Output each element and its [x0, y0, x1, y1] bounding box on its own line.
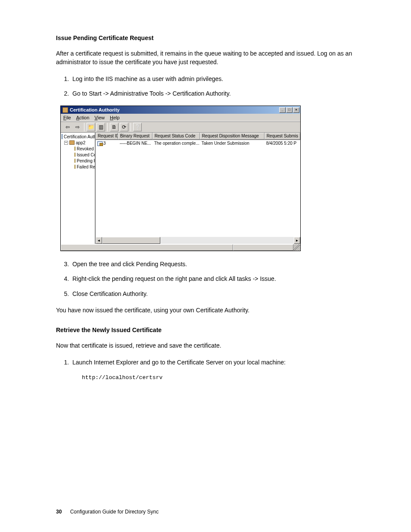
close-button[interactable]: × — [293, 107, 299, 113]
cell-status: The operation comple... — [153, 141, 200, 146]
steps-list-a: Log into the IIS machine as a user with … — [56, 75, 368, 98]
status-cell-2 — [233, 244, 293, 251]
scroll-left-button[interactable]: ◄ — [96, 237, 102, 244]
closing-para-1: You have now issued the certificate, usi… — [56, 306, 368, 314]
menu-help[interactable]: Help — [110, 115, 120, 120]
toolbar: ⇦ ⇨ 📁 ▥ 🗎 ⟳ ❔ — [61, 121, 300, 133]
status-cell-1 — [61, 244, 233, 251]
status-bar — [61, 244, 300, 251]
col-submitted[interactable]: Request Submis — [265, 133, 300, 140]
up-level-icon[interactable]: 📁 — [87, 123, 95, 131]
url-code: http://localhost/certsrv — [82, 374, 368, 381]
page-number: 30 — [56, 509, 62, 515]
collapse-icon[interactable]: − — [64, 141, 68, 145]
tree-failed[interactable]: Failed Requests — [62, 164, 94, 170]
folder-icon — [75, 146, 75, 151]
step-a1: Log into the IIS machine as a user with … — [71, 75, 368, 83]
step-b3: Open the tree and click Pending Requests… — [71, 260, 368, 268]
col-request-id[interactable]: Request ID — [96, 133, 118, 140]
step-c1: Launch Internet Explorer and go to the C… — [71, 358, 368, 367]
properties-icon[interactable]: 🗎 — [110, 123, 118, 131]
titlebar[interactable]: Certification Authority _ □ × — [61, 106, 300, 114]
tree-ca-node[interactable]: − app2 — [62, 140, 94, 146]
col-status-code[interactable]: Request Status Code — [153, 133, 200, 140]
col-binary-request[interactable]: Binary Request — [118, 133, 153, 140]
section-heading-issue: Issue Pending Certificate Request — [56, 34, 368, 41]
tree-issued[interactable]: Issued Certificates — [62, 152, 94, 158]
folder-icon — [75, 152, 75, 157]
section-heading-retrieve: Retrieve the Newly Issued Certificate — [56, 327, 368, 333]
step-a2: Go to Start -> Administrative Tools -> C… — [71, 89, 368, 98]
help-icon[interactable]: ❔ — [133, 123, 142, 131]
list-body[interactable]: 3 -----BEGIN NE... The operation comple.… — [96, 140, 300, 244]
horizontal-scrollbar[interactable]: ◄ ► — [96, 237, 300, 244]
nav-forward-icon[interactable]: ⇨ — [73, 123, 82, 131]
list-row[interactable]: 3 -----BEGIN NE... The operation comple.… — [96, 140, 300, 146]
minimize-button[interactable]: _ — [279, 107, 286, 113]
folder-icon — [75, 165, 75, 169]
step-b5: Close Certification Authority. — [71, 289, 368, 298]
footer-doc-title: Configuration Guide for Directory Sync — [70, 509, 159, 515]
cell-submitted: 8/4/2005 5:20 P — [265, 141, 300, 146]
nav-back-icon[interactable]: ⇦ — [63, 123, 72, 131]
resize-grip-icon[interactable] — [293, 244, 300, 251]
tree-revoked[interactable]: Revoked Certificates — [62, 146, 94, 152]
maximize-button[interactable]: □ — [286, 107, 293, 113]
cell-binary: -----BEGIN NE... — [118, 141, 153, 146]
mmc-window: Certification Authority _ □ × File Actio… — [60, 106, 301, 251]
ca-server-icon — [69, 140, 75, 145]
cell-id: 3 — [96, 141, 118, 146]
refresh-icon[interactable]: ⟳ — [120, 123, 128, 131]
page-footer: 30 Configuration Guide for Directory Syn… — [56, 509, 159, 515]
step-b4: Right-click the pending request on the r… — [71, 274, 368, 283]
window-title: Certification Authority — [70, 107, 279, 112]
cert-authority-icon — [62, 107, 68, 113]
menu-action[interactable]: Action — [76, 115, 90, 120]
tree-root[interactable]: Certification Authority (Local) — [62, 134, 94, 140]
tree-pane[interactable]: Certification Authority (Local) − app2 R… — [61, 133, 96, 244]
tree-pending[interactable]: Pending Requests — [62, 158, 94, 164]
menu-bar: File Action View Help — [61, 114, 300, 121]
column-headers: Request ID Binary Request Request Status… — [96, 133, 300, 140]
col-disposition-msg[interactable]: Request Disposition Message — [200, 133, 265, 140]
intro-para-1: After a certificate request is submitted… — [56, 49, 368, 67]
scroll-right-button[interactable]: ► — [294, 237, 300, 244]
request-icon — [97, 141, 103, 146]
show-hide-tree-icon[interactable]: ▥ — [97, 123, 105, 131]
steps-list-c: Launch Internet Explorer and go to the C… — [56, 358, 368, 367]
list-pane: Request ID Binary Request Request Status… — [96, 133, 300, 244]
snap-in-icon — [62, 134, 62, 139]
folder-open-icon — [75, 159, 75, 163]
scroll-track[interactable] — [102, 237, 294, 244]
steps-list-b: Open the tree and click Pending Requests… — [56, 260, 368, 298]
intro-para-2: Now that certificate is issued, retrieve… — [56, 341, 368, 350]
menu-file[interactable]: File — [63, 115, 71, 120]
menu-view[interactable]: View — [94, 115, 105, 120]
scroll-thumb[interactable] — [102, 237, 160, 244]
cell-disposition: Taken Under Submission — [200, 141, 265, 146]
